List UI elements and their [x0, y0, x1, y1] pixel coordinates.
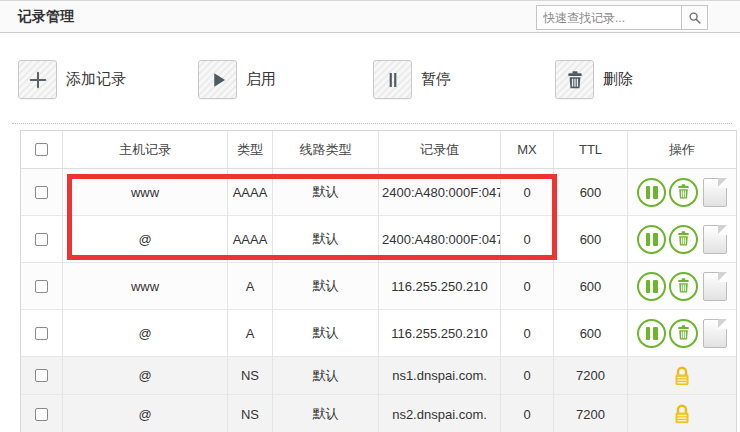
locked-record-icon [673, 404, 691, 424]
actions-cell [628, 169, 736, 215]
table-row: www A 默认 116.255.250.210 0 600 [21, 263, 736, 310]
host-record-cell: www [63, 169, 228, 215]
mx-cell: 0 [501, 395, 554, 432]
pause-record-icon[interactable] [637, 178, 666, 207]
row-action-icons [637, 272, 727, 301]
mx-cell: 0 [501, 169, 554, 215]
record-type-cell: AAAA [228, 169, 273, 215]
search-box [536, 5, 708, 30]
pause-record-button[interactable] [373, 60, 412, 99]
row-checkbox[interactable] [35, 327, 48, 340]
table-row: www AAAA 默认 2400:A480:000F:0470:0 0 600 [21, 169, 736, 216]
locked-record-icon [673, 366, 691, 386]
add-record-label: 添加记录 [66, 70, 126, 89]
pause-record-icon[interactable] [637, 319, 666, 348]
header-value: 记录值 [379, 131, 501, 168]
delete-record-icon[interactable] [669, 178, 698, 207]
delete-record-icon[interactable] [669, 225, 698, 254]
ttl-cell: 600 [554, 310, 628, 356]
header-ttl: TTL [554, 131, 628, 168]
actions-cell [628, 263, 736, 309]
host-record-cell: @ [63, 216, 228, 262]
actions-cell [628, 395, 736, 432]
host-record-cell: @ [63, 395, 228, 432]
row-checkbox[interactable] [35, 233, 48, 246]
ttl-cell: 600 [554, 263, 628, 309]
add-record-button[interactable] [18, 60, 57, 99]
delete-record-icon[interactable] [669, 319, 698, 348]
table-row: @ A 默认 116.255.250.210 0 600 [21, 310, 736, 357]
header-line: 线路类型 [273, 131, 379, 168]
record-note-icon[interactable] [703, 178, 727, 207]
header-type: 类型 [228, 131, 273, 168]
record-note-icon[interactable] [703, 225, 727, 254]
record-note-icon[interactable] [703, 272, 727, 301]
mx-cell: 0 [501, 216, 554, 262]
row-checkbox[interactable] [35, 186, 48, 199]
record-type-cell: NS [228, 395, 273, 432]
actions-cell [628, 310, 736, 356]
record-value-cell: 116.255.250.210 [379, 263, 501, 309]
table-row: @ NS 默认 ns1.dnspai.com. 0 7200 [21, 357, 736, 395]
enable-record-label: 启用 [246, 70, 276, 89]
record-type-cell: A [228, 310, 273, 356]
row-checkbox[interactable] [35, 280, 48, 293]
record-value-cell: ns1.dnspai.com. [379, 357, 501, 394]
header-host: 主机记录 [63, 131, 228, 168]
mx-cell: 0 [501, 310, 554, 356]
select-all-checkbox[interactable] [35, 143, 48, 156]
ttl-cell: 600 [554, 169, 628, 215]
add-record-group: 添加记录 [18, 60, 126, 99]
table-row: @ AAAA 默认 2400:A480:000F:0470:0 0 600 [21, 216, 736, 263]
record-type-cell: AAAA [228, 216, 273, 262]
table-row: @ NS 默认 ns2.dnspai.com. 0 7200 [21, 395, 736, 432]
record-value-cell: 2400:A480:000F:0470:0 [379, 169, 501, 215]
host-record-cell: @ [63, 357, 228, 394]
record-type-cell: A [228, 263, 273, 309]
delete-record-label: 删除 [603, 70, 633, 89]
pause-record-icon[interactable] [637, 225, 666, 254]
line-type-cell: 默认 [273, 216, 379, 262]
top-header-bar: 记录管理 [0, 0, 740, 33]
delete-record-icon[interactable] [669, 272, 698, 301]
header-ops: 操作 [628, 131, 736, 168]
mx-cell: 0 [501, 263, 554, 309]
pause-icon [383, 70, 403, 90]
record-toolbar: 添加记录 启用 暂停 [0, 33, 740, 129]
row-checkbox-cell [21, 357, 63, 394]
row-checkbox-cell [21, 395, 63, 432]
mx-cell: 0 [501, 357, 554, 394]
trash-icon [565, 70, 585, 90]
ttl-cell: 7200 [554, 395, 628, 432]
line-type-cell: 默认 [273, 263, 379, 309]
page-title: 记录管理 [18, 8, 74, 26]
row-checkbox-cell [21, 310, 63, 356]
enable-record-button[interactable] [198, 60, 237, 99]
delete-record-group: 删除 [555, 60, 633, 99]
record-type-cell: NS [228, 357, 273, 394]
row-checkbox-cell [21, 216, 63, 262]
actions-cell [628, 357, 736, 394]
row-checkbox[interactable] [35, 408, 48, 421]
record-value-cell: 116.255.250.210 [379, 310, 501, 356]
table-header-row: 主机记录 类型 线路类型 记录值 MX TTL 操作 [21, 131, 736, 169]
line-type-cell: 默认 [273, 357, 379, 394]
host-record-cell: www [63, 263, 228, 309]
actions-cell [628, 216, 736, 262]
line-type-cell: 默认 [273, 169, 379, 215]
search-input[interactable] [536, 5, 682, 30]
ttl-cell: 600 [554, 216, 628, 262]
magnifier-icon [688, 11, 702, 25]
records-table: 主机记录 类型 线路类型 记录值 MX TTL 操作 www AAAA 默认 2… [20, 130, 737, 432]
row-checkbox[interactable] [35, 369, 48, 382]
enable-record-group: 启用 [198, 60, 276, 99]
pause-record-group: 暂停 [373, 60, 451, 99]
pause-record-icon[interactable] [637, 272, 666, 301]
ttl-cell: 7200 [554, 357, 628, 394]
delete-record-button[interactable] [555, 60, 594, 99]
search-button[interactable] [681, 5, 708, 30]
row-action-icons [637, 225, 727, 254]
row-action-icons [637, 319, 727, 348]
row-checkbox-cell [21, 169, 63, 215]
record-note-icon[interactable] [703, 319, 727, 348]
